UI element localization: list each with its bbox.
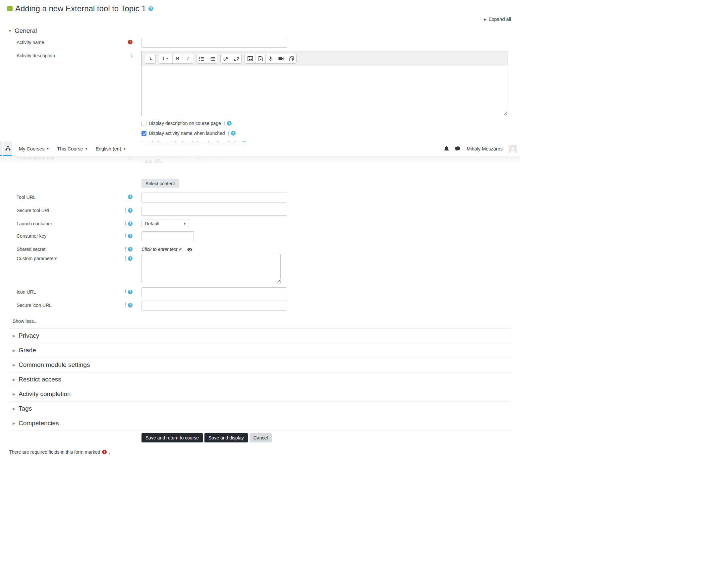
warning-icon[interactable]: ! (125, 256, 126, 261)
nav-menu-this-course[interactable]: This Course ▼ (53, 142, 91, 156)
triangle-right-icon: ▶ (12, 334, 15, 338)
shared-secret-edit-link[interactable]: Click to enter text✎ (142, 247, 182, 252)
save-and-return-button[interactable]: Save and return to course (142, 433, 203, 442)
consumer-key-input[interactable] (142, 231, 194, 241)
display-activity-name-checkbox[interactable] (142, 131, 146, 136)
tool-url-input[interactable] (142, 193, 287, 202)
triangle-right-icon: ▶ (12, 421, 15, 426)
pencil-icon: ✎ (178, 247, 182, 252)
warning-icon[interactable]: ! (125, 289, 126, 294)
insert-media-icon[interactable] (255, 54, 265, 63)
eye-icon[interactable] (187, 247, 192, 253)
help-icon[interactable]: ? (128, 290, 133, 294)
section-privacy[interactable]: ▶ Privacy (9, 328, 511, 343)
nav-menu-language[interactable]: English (en) ▼ (91, 142, 129, 156)
bold-icon[interactable]: B (172, 54, 182, 63)
warning-icon[interactable]: ! (125, 303, 126, 308)
cancel-button[interactable]: Cancel (250, 433, 272, 442)
link-icon[interactable] (221, 54, 231, 63)
title-help-icon[interactable]: ? (148, 6, 153, 11)
help-icon[interactable]: ? (128, 247, 133, 252)
unordered-list-icon[interactable] (197, 54, 207, 63)
manage-files-icon[interactable] (286, 54, 296, 63)
help-icon[interactable]: ? (128, 256, 133, 261)
section-restrict-access[interactable]: ▶ Restrict access (9, 373, 511, 387)
help-icon[interactable]: ? (128, 208, 133, 213)
secure-tool-url-input[interactable] (142, 206, 287, 216)
nav-tab-partial[interactable] (0, 142, 2, 156)
custom-parameters-textarea[interactable] (142, 254, 281, 283)
help-icon[interactable]: ? (128, 221, 133, 226)
section-title: Activity completion (19, 391, 70, 398)
checkbox-row: Display description on course page ! ? (142, 121, 511, 126)
chat-icon[interactable] (455, 146, 461, 151)
help-icon[interactable]: ? (128, 234, 133, 238)
section-title: Common module settings (19, 361, 90, 369)
record-video-icon[interactable] (276, 54, 286, 63)
section-activity-completion[interactable]: ▶ Activity completion (9, 387, 511, 402)
record-audio-icon[interactable] (265, 54, 276, 63)
warning-icon[interactable]: ! (125, 233, 126, 238)
section-title: Privacy (19, 332, 39, 339)
activity-name-input[interactable] (142, 38, 287, 48)
launch-container-label: Launch container (9, 219, 112, 226)
warning-icon[interactable]: ! (125, 208, 126, 213)
sitemap-icon[interactable] (3, 142, 12, 156)
launch-container-select[interactable]: Default ▲▼ (142, 219, 189, 228)
collapse-toolbar-icon[interactable] (145, 54, 155, 63)
section-title: Restrict access (19, 376, 61, 383)
consumer-key-label: Consumer key (9, 231, 112, 239)
checkbox-row: Display activity name when launched ! ? (142, 131, 511, 136)
shared-secret-label: Shared secret (9, 247, 112, 252)
nav-menu-label: English (en) (95, 146, 121, 151)
caret-down-icon: ▼ (123, 147, 126, 150)
section-general-header[interactable]: ▼ General (8, 27, 511, 34)
nav-menu-label: My Courses (19, 146, 45, 151)
activity-name-label: Activity name (9, 38, 112, 45)
nav-menu-my-courses[interactable]: My Courses ▼ (15, 142, 53, 156)
section-common-module-settings[interactable]: ▶ Common module settings (9, 358, 511, 373)
icon-url-input[interactable] (142, 287, 287, 297)
help-icon[interactable]: ? (231, 131, 236, 136)
ordered-list-icon[interactable]: 123 (207, 54, 217, 63)
section-competencies[interactable]: ▶ Competencies (9, 416, 511, 431)
save-and-display-button[interactable]: Save and display (204, 433, 248, 442)
help-icon[interactable]: ? (128, 303, 133, 308)
section-grade[interactable]: ▶ Grade (9, 343, 511, 358)
checkbox-label[interactable]: Display activity name when launched (149, 131, 225, 136)
italic-icon[interactable]: I (182, 54, 193, 63)
section-tags[interactable]: ▶ Tags (9, 402, 511, 416)
user-name[interactable]: Mihály Mészáros (467, 146, 503, 151)
avatar[interactable] (508, 145, 517, 153)
show-less-link[interactable]: Show less... (12, 318, 37, 324)
warning-icon[interactable]: ! (228, 131, 229, 136)
secure-tool-url-label: Secure tool URL (9, 206, 112, 213)
resize-handle[interactable] (504, 112, 507, 115)
unlink-icon[interactable] (231, 54, 241, 63)
paragraph-style-icon[interactable]: i▼ (159, 54, 172, 63)
page-title: Adding a new External tool to Topic 1 (15, 4, 146, 13)
page: ↑ Adding a new External tool to Topic 1 … (0, 0, 520, 465)
warning-icon[interactable]: ! (224, 121, 225, 126)
display-description-checkbox[interactable] (142, 121, 146, 126)
select-content-button[interactable]: Select content (142, 179, 179, 188)
description-textarea[interactable] (142, 66, 508, 116)
section-general-title: General (14, 27, 37, 34)
help-icon[interactable]: ? (128, 195, 133, 199)
section-title: Grade (19, 347, 36, 354)
caret-down-icon: ▼ (85, 147, 87, 150)
expand-all-label: Expand all (489, 17, 511, 22)
secure-icon-url-label: Secure icon URL (9, 300, 112, 308)
bell-icon[interactable] (444, 146, 449, 151)
triangle-right-icon: ▶ (484, 18, 487, 21)
secure-icon-url-input[interactable] (142, 300, 287, 311)
navbar: My Courses ▼ This Course ▼ English (en) … (0, 142, 520, 156)
expand-all-link[interactable]: ▶ Expand all (484, 17, 511, 22)
warning-icon[interactable]: ! (125, 247, 126, 252)
help-icon[interactable]: ? (227, 121, 232, 125)
insert-image-icon[interactable] (245, 54, 255, 63)
warning-icon[interactable]: ! (125, 221, 126, 226)
section-title: Competencies (19, 420, 59, 427)
required-note-suffix: . (109, 450, 110, 455)
checkbox-label[interactable]: Display description on course page (149, 121, 221, 126)
